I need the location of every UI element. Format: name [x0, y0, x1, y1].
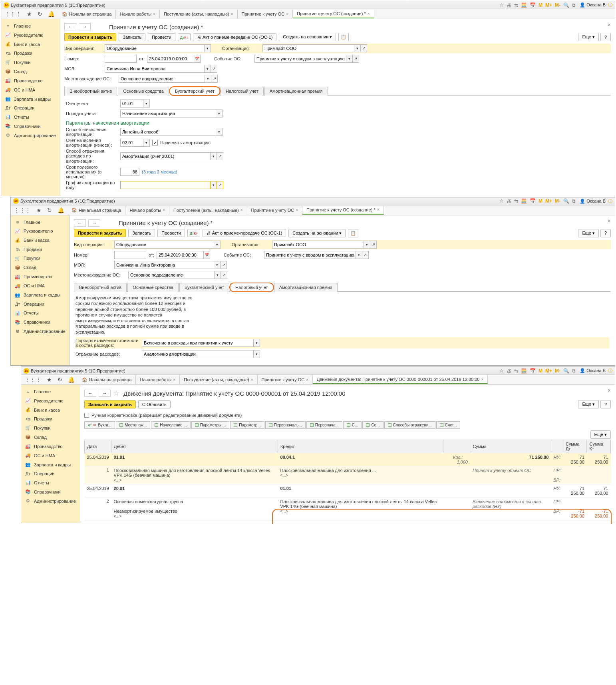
fav-icon[interactable]: ★: [45, 376, 54, 384]
main-tab[interactable]: 🏠Начальная страница: [78, 375, 136, 384]
main-tab[interactable]: Принятие к учету ОС (создание) *×: [302, 206, 384, 215]
create-based-button[interactable]: Создать на основании ▾: [288, 229, 346, 237]
more-button[interactable]: Еще ▾: [578, 229, 598, 237]
sidebar-item[interactable]: 💰Банк и касса: [21, 405, 80, 414]
number-input[interactable]: [105, 55, 137, 63]
act-button[interactable]: 🖨 Акт о приеме-передаче ОС (ОС-1): [193, 33, 277, 41]
dtkt-button[interactable]: ДтКт: [178, 33, 191, 41]
calendar-icon[interactable]: 📅: [530, 198, 536, 204]
sidebar-item[interactable]: 🛍Продажи: [11, 245, 70, 254]
bell-icon[interactable]: 🔔: [66, 376, 76, 384]
apps-icon[interactable]: ⋮⋮⋮: [23, 376, 43, 384]
open-icon[interactable]: ↗: [221, 261, 227, 269]
history-icon[interactable]: ↻: [36, 10, 44, 18]
sidebar-item[interactable]: ≡Главное: [11, 218, 70, 227]
main-tab[interactable]: Принятие к учету ОС×: [247, 206, 302, 215]
dropdown-icon[interactable]: ▾: [216, 110, 223, 117]
close-icon[interactable]: ×: [481, 377, 483, 382]
dropdown-icon[interactable]: ▾: [143, 100, 150, 108]
main-tab[interactable]: Начало работы×: [116, 10, 160, 18]
help-button[interactable]: ?: [600, 33, 611, 41]
sidebar-item[interactable]: 📦Склад: [11, 263, 70, 272]
method-input[interactable]: [120, 128, 216, 136]
star-icon[interactable]: ☆: [113, 389, 119, 398]
post-close-button[interactable]: Провести и закрыть: [64, 33, 116, 41]
save-button[interactable]: Записать: [119, 33, 145, 41]
help-button[interactable]: ?: [600, 400, 611, 408]
inner-tab[interactable]: Основные средства: [127, 283, 179, 292]
m-minus-icon[interactable]: M-: [555, 368, 560, 374]
save-close-button[interactable]: Записать и закрыть: [84, 400, 136, 408]
sidebar-item[interactable]: 🛍Продажи: [1, 49, 60, 58]
sidebar-item[interactable]: 📚Справочники: [11, 318, 70, 327]
m-plus-icon[interactable]: M+: [545, 198, 552, 204]
compare-icon[interactable]: ⇆: [514, 2, 518, 8]
apps-icon[interactable]: ⋮⋮⋮: [3, 10, 23, 18]
user-label[interactable]: 👤 Оксана В: [580, 199, 606, 204]
loc-input[interactable]: [128, 271, 215, 279]
life-input[interactable]: [120, 168, 139, 176]
movement-tab[interactable]: Начисление ...: [151, 421, 191, 429]
main-tab[interactable]: 🏠Начальная страница: [68, 206, 125, 215]
help-button[interactable]: ?: [600, 229, 611, 237]
event-input[interactable]: [264, 251, 356, 259]
open-icon[interactable]: ↗: [370, 241, 377, 249]
print-icon[interactable]: 🖨: [507, 368, 511, 374]
sidebar-item[interactable]: 📊Отчеты: [21, 478, 80, 487]
sched-input[interactable]: [120, 181, 211, 189]
sidebar-item[interactable]: 🏭Производство: [11, 272, 70, 281]
open-icon[interactable]: ↗: [362, 251, 369, 259]
more-button-2[interactable]: Еще ▾: [590, 430, 611, 439]
dropdown-icon[interactable]: ▾: [205, 75, 211, 83]
dropdown-icon[interactable]: ▾: [205, 44, 211, 52]
dropdown-icon[interactable]: ▾: [143, 139, 150, 147]
main-tab[interactable]: Движения документа: Принятие к учету ОС …: [313, 375, 488, 384]
sidebar-item[interactable]: 📚Справочники: [21, 487, 80, 496]
user-label[interactable]: 👤 Оксана В: [580, 2, 606, 8]
close-icon[interactable]: ×: [240, 208, 243, 212]
forward-button[interactable]: →: [88, 219, 100, 227]
compare-icon[interactable]: ⇆: [514, 368, 518, 374]
dropdown-icon[interactable]: ▾: [354, 44, 361, 52]
sidebar-item[interactable]: 🛒Покупки: [1, 58, 60, 67]
sidebar-item[interactable]: 👥Зарплата и кадры: [11, 291, 70, 300]
extra-button[interactable]: 📋: [348, 229, 358, 237]
date-input[interactable]: [157, 251, 204, 259]
calc-icon[interactable]: 🧮: [521, 2, 527, 8]
close-icon[interactable]: ×: [608, 22, 611, 28]
op-type-input[interactable]: [105, 44, 205, 52]
main-tab[interactable]: Поступление (акты, накладные)×: [169, 206, 247, 215]
movement-tab[interactable]: Со...: [362, 421, 383, 429]
sidebar-item[interactable]: 🏭Производство: [1, 76, 60, 85]
m-plus-icon[interactable]: M+: [545, 368, 552, 374]
zoom-icon[interactable]: 🔍: [563, 368, 569, 374]
calc-icon[interactable]: 🧮: [521, 368, 527, 374]
movement-tab[interactable]: Первоначаль...: [265, 421, 306, 429]
forward-button[interactable]: →: [79, 23, 91, 30]
dropdown-icon[interactable]: ▾: [364, 241, 370, 249]
m-icon[interactable]: M: [539, 2, 542, 8]
sidebar-item[interactable]: 📈Руководителю: [1, 30, 60, 40]
close-icon[interactable]: ×: [306, 378, 308, 382]
sidebar-item[interactable]: 🛒Покупки: [21, 423, 80, 432]
calc-icon[interactable]: 🧮: [521, 198, 527, 204]
sidebar-item[interactable]: 🛒Покупки: [11, 254, 70, 263]
bell-icon[interactable]: 🔔: [46, 10, 56, 18]
dropdown-icon[interactable]: ▾: [254, 339, 260, 347]
inner-tab[interactable]: Внеоборотный актив: [64, 87, 117, 96]
inner-tab[interactable]: Амортизационная премия: [274, 283, 338, 292]
open-icon[interactable]: ↗: [211, 65, 217, 73]
sidebar-item[interactable]: ДтОперации: [21, 469, 80, 478]
inner-tab[interactable]: Амортизационная премия: [264, 87, 328, 96]
main-tab[interactable]: Поступление (акты, накладные)×: [180, 375, 258, 384]
zoom-icon[interactable]: 🔍: [563, 2, 569, 8]
dep-acc-input[interactable]: [120, 139, 143, 147]
sidebar-item[interactable]: ≡Главное: [1, 22, 60, 30]
movement-tab[interactable]: ДтКт Бухга...: [84, 421, 115, 429]
sidebar-item[interactable]: 💰Банк и касса: [1, 40, 60, 49]
close-icon[interactable]: ×: [163, 208, 165, 212]
m-plus-icon[interactable]: M+: [545, 2, 552, 8]
sidebar-item[interactable]: 🚚ОС и НМА: [11, 281, 70, 291]
dropdown-icon[interactable]: ▾: [215, 271, 221, 279]
main-tab[interactable]: Начало работы×: [125, 206, 169, 215]
